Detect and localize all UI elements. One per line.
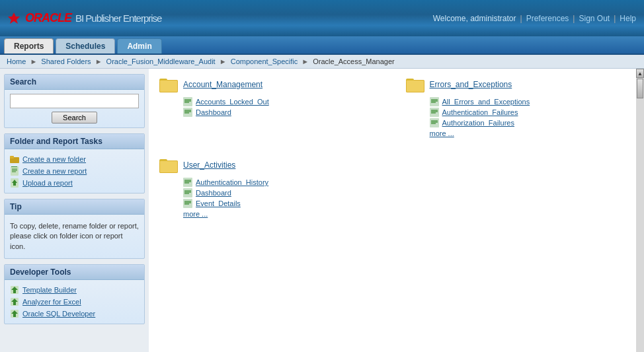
folder-account-management: Account_Management Accounts_Locked_Out <box>159 77 380 137</box>
analyzer-icon <box>10 297 19 306</box>
preferences-link[interactable]: Preferences <box>526 14 569 23</box>
report-item-icon <box>183 188 192 197</box>
svg-rect-31 <box>407 81 424 92</box>
list-item: Dashboard <box>183 107 380 118</box>
more-link-user[interactable]: more ... <box>159 210 380 218</box>
nav-tabs: Reports Schedules Admin <box>0 36 644 55</box>
sql-developer-icon <box>10 309 19 318</box>
svg-rect-20 <box>183 97 192 106</box>
template-builder-icon <box>10 285 19 295</box>
header-right: Welcome, administrator | Preferences | S… <box>433 14 636 23</box>
signout-link[interactable]: Sign Out <box>579 14 610 23</box>
more-link-errors[interactable]: more ... <box>406 129 626 137</box>
report-item-icon <box>183 108 192 117</box>
folder-user-activities: User_Activities Authentication_History <box>159 157 380 218</box>
svg-rect-40 <box>430 118 439 127</box>
folder-header-user: User_Activities <box>159 157 380 173</box>
svg-rect-19 <box>160 81 177 92</box>
svg-rect-56 <box>183 199 192 208</box>
svg-rect-48 <box>183 178 192 187</box>
breadcrumb-shared-folders[interactable]: Shared Folders <box>41 57 91 65</box>
upload-report-link[interactable]: Upload a report <box>10 177 139 189</box>
folder-title-user[interactable]: User_Activities <box>183 160 235 170</box>
search-body: Search <box>5 90 144 127</box>
tab-admin[interactable]: Admin <box>117 38 161 53</box>
analyzer-excel-link[interactable]: Analyzer for Excel <box>10 296 139 308</box>
breadcrumb-home[interactable]: Home <box>7 57 26 65</box>
item-accounts-locked[interactable]: Accounts_Locked_Out <box>196 98 269 106</box>
tip-title: Tip <box>5 199 144 215</box>
scroll-up-button[interactable]: ▲ <box>636 69 644 78</box>
item-auth-history[interactable]: Authentication_History <box>196 178 268 186</box>
tab-schedules[interactable]: Schedules <box>56 38 115 53</box>
folder-icon-large-account <box>159 77 178 92</box>
svg-marker-0 <box>8 13 20 24</box>
folder-title-errors[interactable]: Errors_and_Exceptions <box>430 80 512 89</box>
developer-tools-title: Developer Tools <box>5 265 144 280</box>
svg-rect-2 <box>10 156 14 158</box>
product-title: BI Publisher Enterprise <box>75 13 161 24</box>
breadcrumb-audit[interactable]: Oracle_Fusion_Middleware_Audit <box>106 57 216 65</box>
tip-section: Tip To copy, delete, rename folder or re… <box>4 199 145 259</box>
report-item-icon <box>183 178 192 187</box>
breadcrumb: Home ► Shared Folders ► Oracle_Fusion_Mi… <box>0 55 644 69</box>
report-icon <box>10 166 19 176</box>
list-item: Authentication_Failures <box>430 107 626 118</box>
list-item: Accounts_Locked_Out <box>183 96 380 107</box>
breadcrumb-current: Oracle_Access_Manager <box>313 57 395 65</box>
folder-header-account: Account_Management <box>159 77 380 92</box>
list-item: Event_Details <box>183 198 380 209</box>
logo-area: ORACLEBI Publisher Enterprise <box>7 11 161 26</box>
header: ORACLEBI Publisher Enterprise Welcome, a… <box>0 0 644 36</box>
content-grid: Account_Management Accounts_Locked_Out <box>159 77 625 225</box>
create-report-link[interactable]: Create a new report <box>10 165 139 177</box>
report-item-icon <box>430 97 439 106</box>
sidebar: Search Search Folder and Report Tasks Cr… <box>0 69 149 352</box>
item-authz-failures[interactable]: Authorization_Failures <box>442 119 514 127</box>
svg-rect-36 <box>430 108 439 117</box>
folder-tasks-body: Create a new folder Create a new report … <box>5 149 144 193</box>
folder-header-errors: Errors_and_Exceptions <box>406 77 626 92</box>
list-item: Authentication_History <box>183 177 380 188</box>
svg-rect-3 <box>11 166 19 176</box>
item-dashboard-account[interactable]: Dashboard <box>196 108 231 116</box>
search-button[interactable]: Search <box>52 112 97 123</box>
list-item: All_Errors_and_Exceptions <box>430 96 626 107</box>
main: Search Search Folder and Report Tasks Cr… <box>0 69 644 352</box>
report-item-icon <box>183 97 192 106</box>
item-dashboard-user[interactable]: Dashboard <box>196 189 231 197</box>
search-section: Search Search <box>4 74 145 128</box>
scroll-thumb[interactable] <box>637 79 643 98</box>
folder-errors-exceptions: Errors_and_Exceptions All_Errors_and_Exc… <box>406 77 626 137</box>
folder-title-account[interactable]: Account_Management <box>183 80 262 89</box>
search-input[interactable] <box>10 94 139 108</box>
search-title: Search <box>5 75 144 90</box>
tab-reports[interactable]: Reports <box>4 38 54 53</box>
item-auth-failures[interactable]: Authentication_Failures <box>442 108 518 116</box>
folder-icon-large-errors <box>406 77 424 92</box>
svg-rect-47 <box>160 161 177 172</box>
report-item-icon <box>430 118 439 127</box>
folder-items-account: Accounts_Locked_Out Dashboard <box>159 96 380 118</box>
breadcrumb-component[interactable]: Component_Specific <box>231 57 298 65</box>
developer-tools-body: Template Builder Analyzer for Excel Orac… <box>5 280 144 324</box>
tip-text: To copy, delete, rename folder or report… <box>10 219 139 254</box>
svg-rect-32 <box>430 97 439 106</box>
list-item: Authorization_Failures <box>430 118 626 128</box>
template-builder-link[interactable]: Template Builder <box>10 284 139 296</box>
scrollbar[interactable]: ▲ ▼ <box>636 69 644 352</box>
folder-items-errors: All_Errors_and_Exceptions Authentication… <box>406 96 626 128</box>
tip-body: To copy, delete, rename folder or report… <box>5 215 144 258</box>
svg-rect-52 <box>183 188 192 197</box>
create-folder-link[interactable]: Create a new folder <box>10 153 139 165</box>
report-item-icon <box>183 199 192 208</box>
oracle-symbol-icon <box>7 11 21 26</box>
sql-developer-link[interactable]: Oracle SQL Developer <box>10 308 139 320</box>
scroll-track[interactable] <box>636 78 644 352</box>
svg-rect-24 <box>183 108 192 117</box>
folder-tasks-section: Folder and Report Tasks Create a new fol… <box>4 133 145 194</box>
item-all-errors[interactable]: All_Errors_and_Exceptions <box>442 98 530 106</box>
report-item-icon <box>430 108 439 117</box>
help-link[interactable]: Help <box>620 14 636 23</box>
item-event-details[interactable]: Event_Details <box>196 199 241 207</box>
